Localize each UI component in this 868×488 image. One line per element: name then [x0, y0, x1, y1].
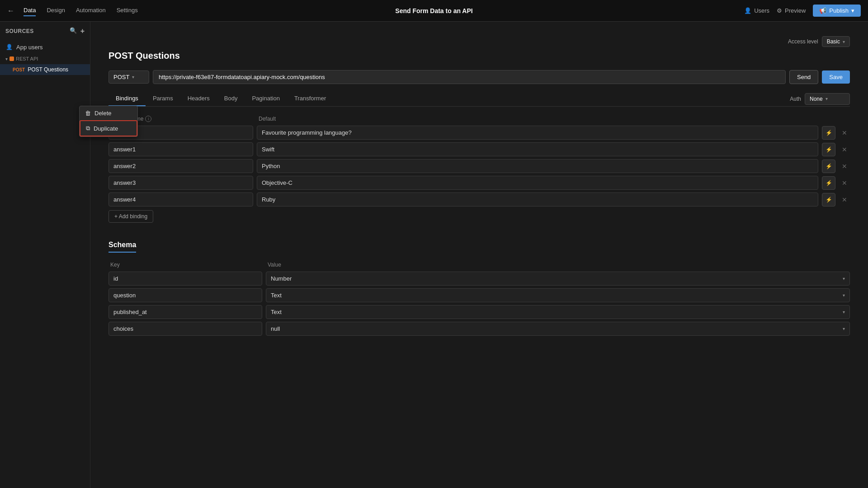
binding-row: ⚡ ✕ [108, 159, 850, 173]
method-value: POST [113, 74, 129, 80]
access-level-label: Access level [788, 38, 818, 45]
schema-key-question[interactable] [108, 288, 262, 302]
preview-label: Preview [785, 7, 806, 14]
preview-icon: ⚙ [777, 7, 782, 14]
method-chevron: ▾ [132, 75, 134, 80]
schema-value-choices[interactable]: null ▾ [266, 322, 850, 336]
binding-name-answer2[interactable] [108, 159, 253, 173]
tab-params[interactable]: Params [146, 91, 180, 106]
url-input[interactable] [153, 70, 786, 84]
lightning-icon: ⚡ [826, 146, 832, 153]
binding-default-answer1[interactable] [257, 142, 818, 156]
schema-value-published-at-chevron: ▾ [843, 310, 845, 314]
binding-close-question[interactable]: ✕ [839, 127, 850, 138]
url-bar: POST ▾ Send Save [108, 70, 850, 84]
binding-lightning-answer1[interactable]: ⚡ [822, 143, 835, 156]
duplicate-icon: ⧉ [86, 125, 90, 132]
search-icon[interactable]: 🔍 [70, 27, 77, 35]
sidebar-post-questions-label: POST Questions [28, 66, 68, 73]
binding-lightning-answer2[interactable]: ⚡ [822, 160, 835, 173]
tab-settings[interactable]: Settings [117, 5, 138, 16]
context-menu-delete[interactable]: 🗑 Delete [80, 106, 137, 120]
binding-default-answer4[interactable] [257, 192, 818, 206]
binding-default-question[interactable] [257, 126, 818, 140]
lightning-icon: ⚡ [826, 163, 832, 169]
schema-value-published-at[interactable]: Text ▾ [266, 305, 850, 319]
sidebar-rest-api-toggle[interactable]: ▾ REST API [5, 56, 85, 61]
auth-chevron: ▾ [826, 96, 828, 101]
schema-row: Text ▾ [108, 305, 850, 319]
schema-value-question-text: Text [271, 292, 282, 299]
add-source-icon[interactable]: + [80, 27, 85, 35]
binding-lightning-question[interactable]: ⚡ [822, 126, 835, 140]
tab-body[interactable]: Body [217, 91, 245, 106]
schema-value-question[interactable]: Text ▾ [266, 288, 850, 302]
users-button[interactable]: 👤 Users [744, 7, 769, 14]
schema-row: null ▾ [108, 322, 850, 336]
save-button[interactable]: Save [822, 70, 850, 84]
publish-label: Publish [829, 7, 849, 14]
schema-key-id[interactable] [108, 272, 262, 286]
context-menu-duplicate[interactable]: ⧉ Duplicate [80, 120, 137, 136]
tab-pagination[interactable]: Pagination [245, 91, 287, 106]
schema-header: Key Value [108, 262, 850, 268]
schema-value-choices-chevron: ▾ [843, 326, 845, 331]
main-tabs: Bindings Params Headers Body Pagination … [108, 91, 850, 107]
binding-close-answer3[interactable]: ✕ [839, 178, 850, 188]
access-level-value: Basic [827, 38, 840, 45]
schema-col1-header: Key [110, 262, 264, 268]
preview-button[interactable]: ⚙ Preview [777, 7, 806, 14]
binding-default-answer2[interactable] [257, 159, 818, 173]
schema-value-id[interactable]: Number ▾ [266, 272, 850, 286]
method-select[interactable]: POST ▾ [108, 70, 149, 84]
sidebar-header-icons: 🔍 + [70, 27, 85, 35]
binding-row: ⚡ ✕ [108, 176, 850, 190]
sidebar-item-app-users[interactable]: 👤 App users [0, 41, 90, 53]
auth-select[interactable]: None ▾ [805, 93, 850, 105]
sidebar-rest-api-label: REST API [16, 56, 38, 61]
binding-name-answer4[interactable] [108, 192, 253, 206]
send-button[interactable]: Send [789, 70, 818, 84]
schema-value-choices-text: null [271, 325, 280, 332]
schema-key-choices[interactable] [108, 322, 262, 336]
sidebar: Sources 🔍 + 👤 App users ▾ REST API POST … [0, 22, 90, 488]
sidebar-item-post-questions[interactable]: POST POST Questions [0, 64, 90, 75]
tab-data[interactable]: Data [24, 5, 36, 16]
binding-name-answer3[interactable] [108, 176, 253, 190]
tab-automation[interactable]: Automation [76, 5, 106, 16]
back-button[interactable]: ← [7, 7, 14, 15]
binding-name-answer1[interactable] [108, 142, 253, 156]
nav-tabs: Data Design Automation Settings [24, 5, 138, 16]
post-badge: POST [13, 67, 25, 72]
binding-name-info-icon[interactable]: i [145, 116, 151, 122]
publish-chevron: ▾ [851, 7, 854, 14]
tab-transformer[interactable]: Transformer [287, 91, 333, 106]
schema-value-id-chevron: ▾ [843, 276, 845, 281]
publish-button[interactable]: 📢 Publish ▾ [813, 5, 861, 17]
binding-default-answer3[interactable] [257, 176, 818, 190]
schema-key-published-at[interactable] [108, 305, 262, 319]
binding-close-answer4[interactable]: ✕ [839, 194, 850, 205]
binding-lightning-answer4[interactable]: ⚡ [822, 193, 835, 206]
bindings-col2-header: Default [259, 116, 276, 122]
access-level-select[interactable]: Basic ▾ [822, 36, 850, 47]
add-binding-button[interactable]: + Add binding [108, 210, 153, 223]
lightning-icon: ⚡ [826, 130, 832, 136]
binding-lightning-answer3[interactable]: ⚡ [822, 176, 835, 190]
tab-design[interactable]: Design [47, 5, 65, 16]
schema-value-id-text: Number [271, 275, 292, 282]
page-title: Send Form Data to an API [395, 7, 472, 14]
tab-headers[interactable]: Headers [180, 91, 217, 106]
delete-icon: 🗑 [85, 110, 91, 117]
bindings-header: Binding name i Default [108, 116, 850, 122]
binding-close-answer1[interactable]: ✕ [839, 144, 850, 155]
sidebar-item-label: App users [16, 44, 43, 51]
tab-bindings[interactable]: Bindings [108, 91, 146, 106]
delete-label: Delete [94, 110, 112, 117]
main-content: Access level Basic ▾ POST Questions POST… [90, 22, 868, 488]
auth-row: Auth None ▾ [790, 93, 850, 105]
binding-close-answer2[interactable]: ✕ [839, 161, 850, 172]
auth-value: None [810, 96, 823, 102]
rest-dot-icon [9, 56, 14, 61]
top-nav: ← Data Design Automation Settings Send F… [0, 0, 868, 22]
